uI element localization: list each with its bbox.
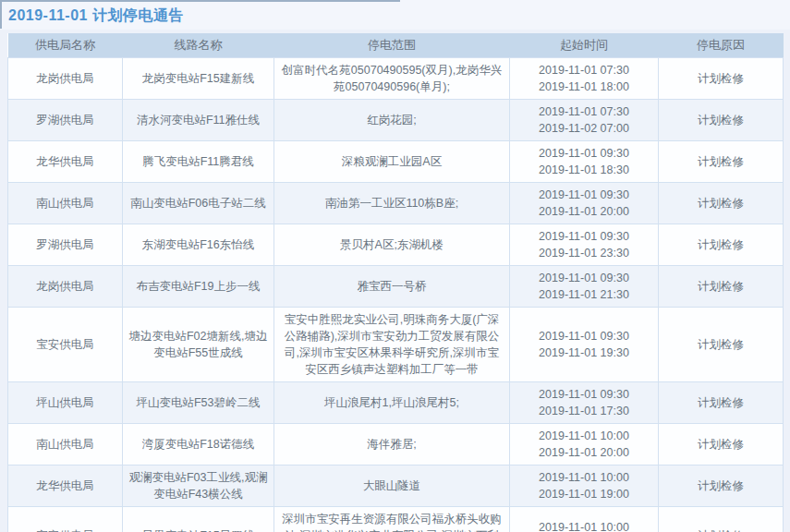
cell-reason: 计划检修 bbox=[659, 507, 784, 532]
cell-bureau: 龙岗供电局 bbox=[8, 58, 123, 100]
cell-reason: 计划检修 bbox=[659, 382, 784, 424]
cell-line: 东湖变电站F16东怡线 bbox=[123, 224, 274, 266]
cell-line: 清水河变电站F11雅仕线 bbox=[123, 100, 274, 141]
cell-line: 腾飞变电站F11腾君线 bbox=[123, 141, 274, 183]
table-row: 南山供电局湾厦变电站F18诺德线海伴雅居;2019-11-01 10:00201… bbox=[8, 424, 784, 466]
column-header-start-time: 起始时间 bbox=[510, 33, 659, 58]
end-time: 2019-11-01 23:30 bbox=[515, 245, 653, 261]
cell-bureau: 龙华供电局 bbox=[8, 141, 123, 183]
outage-notice-table: 供电局名称 线路名称 停电范围 起始时间 停电原因 龙岗供电局龙岗变电站F15建… bbox=[7, 33, 784, 532]
cell-bureau: 龙岗供电局 bbox=[8, 266, 123, 308]
table-row: 罗湖供电局清水河变电站F11雅仕线红岗花园;2019-11-01 07:3020… bbox=[8, 100, 784, 141]
cell-time: 2019-11-01 09:302019-11-01 20:00 bbox=[510, 183, 659, 224]
cell-scope: 大眼山隧道 bbox=[274, 466, 510, 507]
cell-reason: 计划检修 bbox=[659, 183, 784, 224]
cell-line: 湾厦变电站F18诺德线 bbox=[123, 424, 274, 466]
window-left-edge bbox=[0, 0, 2, 29]
cell-scope: 坪山浪尾村1,坪山浪尾村5; bbox=[274, 382, 510, 424]
cell-bureau: 罗湖供电局 bbox=[8, 224, 123, 266]
start-time: 2019-11-01 09:30 bbox=[515, 270, 653, 286]
table-row: 宝安供电局凤凰变电站F15凤四线深圳市宝安再生资源有限公司福永桥头收购站,深圳市… bbox=[8, 507, 784, 532]
cell-bureau: 南山供电局 bbox=[8, 183, 123, 224]
column-header-scope: 停电范围 bbox=[274, 33, 510, 58]
cell-reason: 计划检修 bbox=[659, 58, 784, 100]
start-time: 2019-11-01 07:30 bbox=[515, 103, 653, 120]
cell-time: 2019-11-01 09:302019-11-01 21:30 bbox=[510, 266, 659, 308]
end-time: 2019-11-02 07:00 bbox=[515, 120, 653, 137]
end-time: 2019-11-01 18:30 bbox=[515, 162, 653, 178]
cell-scope: 南油第一工业区110栋B座; bbox=[274, 183, 510, 224]
start-time: 2019-11-01 10:00 bbox=[515, 519, 653, 532]
cell-bureau: 宝安供电局 bbox=[8, 308, 123, 382]
column-header-line: 线路名称 bbox=[123, 33, 274, 58]
start-time: 2019-11-01 09:30 bbox=[515, 328, 653, 345]
cell-reason: 计划检修 bbox=[659, 266, 784, 308]
start-time: 2019-11-01 09:30 bbox=[515, 145, 653, 162]
table-row: 南山供电局南山变电站F06电子站二线南油第一工业区110栋B座;2019-11-… bbox=[8, 183, 784, 224]
table-row: 龙岗供电局龙岗变电站F15建新线创富时代名苑05070490595(双月),龙岗… bbox=[8, 58, 784, 100]
cell-time: 2019-11-01 07:302019-11-01 18:00 bbox=[510, 58, 659, 100]
cell-time: 2019-11-01 10:002019-11-01 21:00 bbox=[510, 507, 659, 532]
cell-time: 2019-11-01 09:302019-11-01 23:30 bbox=[510, 224, 659, 266]
cell-time: 2019-11-01 07:302019-11-02 07:00 bbox=[510, 100, 659, 141]
cell-bureau: 宝安供电局 bbox=[8, 507, 123, 532]
cell-time: 2019-11-01 10:002019-11-01 19:00 bbox=[510, 466, 659, 507]
cell-scope: 雅宝西一号桥 bbox=[274, 266, 510, 308]
cell-scope: 红岗花园; bbox=[274, 100, 510, 141]
cell-reason: 计划检修 bbox=[659, 224, 784, 266]
cell-reason: 计划检修 bbox=[659, 424, 784, 466]
cell-scope: 深圳市宝安再生资源有限公司福永桥头收购站,深圳市港华兴实业有限公司,深圳市万利业… bbox=[274, 507, 510, 532]
cell-bureau: 南山供电局 bbox=[8, 424, 123, 466]
column-header-bureau: 供电局名称 bbox=[8, 33, 123, 58]
end-time: 2019-11-01 17:30 bbox=[515, 403, 653, 419]
cell-reason: 计划检修 bbox=[659, 141, 784, 183]
start-time: 2019-11-01 09:30 bbox=[515, 187, 653, 203]
table-row: 坪山供电局坪山变电站F53碧岭二线坪山浪尾村1,坪山浪尾村5;2019-11-0… bbox=[8, 382, 784, 424]
cell-scope: 宝安中胜熙龙实业公司,明珠商务大厦(广深公路辅路),深圳市宝安劲力工贸发展有限公… bbox=[274, 308, 510, 382]
table-row: 龙岗供电局布吉变电站F19上步一线雅宝西一号桥2019-11-01 09:302… bbox=[8, 266, 784, 308]
end-time: 2019-11-01 19:00 bbox=[515, 486, 653, 502]
page-title: 2019-11-01 计划停电通告 bbox=[8, 7, 184, 23]
end-time: 2019-11-01 20:00 bbox=[515, 203, 653, 220]
table-row: 龙华供电局腾飞变电站F11腾君线深粮观澜工业园A区2019-11-01 09:3… bbox=[8, 141, 784, 183]
column-header-reason: 停电原因 bbox=[659, 33, 784, 58]
end-time: 2019-11-01 21:30 bbox=[515, 286, 653, 303]
cell-reason: 计划检修 bbox=[659, 466, 784, 507]
cell-scope: 创富时代名苑05070490595(双月),龙岗华兴苑05070490596(单… bbox=[274, 58, 510, 100]
header-row: 供电局名称 线路名称 停电范围 起始时间 停电原因 bbox=[8, 33, 784, 58]
start-time: 2019-11-01 09:30 bbox=[515, 386, 653, 403]
cell-line: 观澜变电站F03工业线,观澜变电站F43横公线 bbox=[123, 466, 274, 507]
start-time: 2019-11-01 07:30 bbox=[515, 62, 653, 79]
end-time: 2019-11-01 18:00 bbox=[515, 79, 653, 95]
cell-line: 南山变电站F06电子站二线 bbox=[123, 183, 274, 224]
cell-reason: 计划检修 bbox=[659, 100, 784, 141]
cell-bureau: 龙华供电局 bbox=[8, 466, 123, 507]
cell-bureau: 罗湖供电局 bbox=[8, 100, 123, 141]
start-time: 2019-11-01 09:30 bbox=[515, 228, 653, 245]
cell-reason: 计划检修 bbox=[659, 308, 784, 382]
table-row: 龙华供电局观澜变电站F03工业线,观澜变电站F43横公线大眼山隧道2019-11… bbox=[8, 466, 784, 507]
cell-scope: 景贝村A区;东湖机楼 bbox=[274, 224, 510, 266]
cell-line: 布吉变电站F19上步一线 bbox=[123, 266, 274, 308]
cell-scope: 海伴雅居; bbox=[274, 424, 510, 466]
cell-bureau: 坪山供电局 bbox=[8, 382, 123, 424]
cell-time: 2019-11-01 09:302019-11-01 17:30 bbox=[510, 382, 659, 424]
cell-time: 2019-11-01 09:302019-11-01 18:30 bbox=[510, 141, 659, 183]
cell-line: 凤凰变电站F15凤四线 bbox=[123, 507, 274, 532]
end-time: 2019-11-01 20:00 bbox=[515, 444, 653, 461]
table-body: 龙岗供电局龙岗变电站F15建新线创富时代名苑05070490595(双月),龙岗… bbox=[8, 58, 784, 532]
window-top-edge bbox=[0, 0, 400, 2]
cell-line: 坪山变电站F53碧岭二线 bbox=[123, 382, 274, 424]
end-time: 2019-11-01 19:30 bbox=[515, 345, 653, 361]
table-row: 宝安供电局塘边变电站F02塘新线,塘边变电站F55世成线宝安中胜熙龙实业公司,明… bbox=[8, 308, 784, 382]
title-bar: 2019-11-01 计划停电通告 bbox=[0, 0, 790, 30]
cell-time: 2019-11-01 10:002019-11-01 20:00 bbox=[510, 424, 659, 466]
cell-time: 2019-11-01 09:302019-11-01 19:30 bbox=[510, 308, 659, 382]
table-header: 供电局名称 线路名称 停电范围 起始时间 停电原因 bbox=[8, 33, 784, 58]
table-row: 罗湖供电局东湖变电站F16东怡线景贝村A区;东湖机楼2019-11-01 09:… bbox=[8, 224, 784, 266]
cell-line: 塘边变电站F02塘新线,塘边变电站F55世成线 bbox=[123, 308, 274, 382]
start-time: 2019-11-01 10:00 bbox=[515, 428, 653, 444]
start-time: 2019-11-01 10:00 bbox=[515, 469, 653, 486]
cell-line: 龙岗变电站F15建新线 bbox=[123, 58, 274, 100]
cell-scope: 深粮观澜工业园A区 bbox=[274, 141, 510, 183]
